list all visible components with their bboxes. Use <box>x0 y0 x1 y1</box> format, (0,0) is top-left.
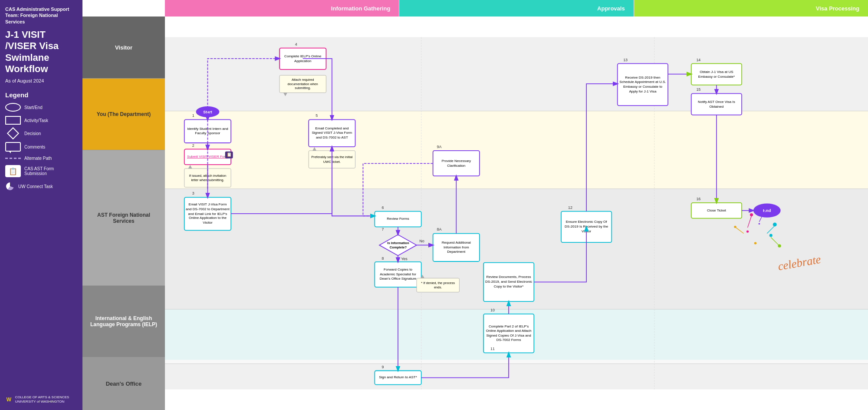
sidebar-main-title: J-1 VISIT /VISER Visa Swimlane Workflow <box>5 29 77 75</box>
svg-point-65 <box>746 230 749 232</box>
svg-rect-1 <box>165 37 868 111</box>
svg-text:No: No <box>419 239 424 243</box>
diagram-svg: 4 Complete IELP's Online Application Att… <box>165 17 868 410</box>
svg-point-76 <box>734 226 736 228</box>
sidebar: CAS Administrative Support Team: Foreign… <box>0 0 82 410</box>
legend-uwc-label: UW Connect Task <box>18 184 53 189</box>
sidebar-subtitle: CAS Administrative Support Team: Foreign… <box>5 6 77 25</box>
svg-rect-2 <box>165 111 868 189</box>
svg-text:14: 14 <box>696 58 700 62</box>
root: CAS Administrative Support Team: Foreign… <box>0 0 868 410</box>
svg-text:📋: 📋 <box>227 152 232 157</box>
svg-text:8: 8 <box>381 256 384 261</box>
legend-oval-shape <box>5 103 21 112</box>
ast-form-icon: 📋 <box>9 167 17 175</box>
svg-text:4: 4 <box>295 42 297 46</box>
svg-text:10: 10 <box>490 308 495 312</box>
svg-text:12: 12 <box>568 205 572 210</box>
legend-start-end: Start/End <box>5 103 77 112</box>
svg-text:11: 11 <box>490 347 495 351</box>
svg-text:Yes: Yes <box>401 257 408 261</box>
legend-cas-ast-label: CAS AST Form Submission <box>24 166 77 176</box>
uw-logo: W <box>5 393 13 406</box>
phase-empty <box>82 0 165 17</box>
svg-point-66 <box>759 223 760 225</box>
uw-logo-w: W <box>7 397 11 403</box>
svg-text:2: 2 <box>192 143 194 148</box>
svg-point-67 <box>769 234 773 237</box>
legend-start-end-label: Start/End <box>24 105 43 110</box>
svg-text:5: 5 <box>316 113 318 118</box>
legend-comments: Comments <box>5 142 77 152</box>
svg-rect-5 <box>165 364 868 389</box>
phase-info-header: Information Gathering <box>165 0 399 17</box>
phase-header: Information Gathering Approvals Visa Pro… <box>82 0 868 17</box>
svg-text:15: 15 <box>696 87 700 92</box>
legend-diamond-shape <box>7 127 19 139</box>
legend-comments-label: Comments <box>24 145 45 149</box>
lane-label-ast: AST Foreign National Services <box>82 150 165 286</box>
sidebar-date: As of August 2024 <box>5 78 77 83</box>
main-content: Information Gathering Approvals Visa Pro… <box>82 0 868 410</box>
svg-text:9A: 9A <box>437 145 442 149</box>
lane-label-visitor: Visitor <box>82 17 165 79</box>
svg-text:8A: 8A <box>437 227 442 231</box>
lane-labels: Visitor You (The Department) AST Foreign… <box>82 17 165 410</box>
legend-decision: Decision <box>5 129 77 138</box>
legend-activity: Activity/Task <box>5 116 77 125</box>
phase-visa-header: Visa Processing <box>634 0 868 17</box>
legend-alt-label: Alternate Path <box>24 156 52 161</box>
legend-rect-shape <box>5 116 21 125</box>
svg-text:6: 6 <box>381 205 384 210</box>
full-diagram: Visitor You (The Department) AST Foreign… <box>82 17 868 410</box>
legend-comment-shape <box>5 142 21 152</box>
svg-text:9: 9 <box>381 365 384 369</box>
lane-label-deans: Dean's Office <box>82 357 165 410</box>
svg-text:16: 16 <box>696 197 700 201</box>
svg-point-78 <box>778 245 781 248</box>
legend-decision-label: Decision <box>24 131 41 136</box>
svg-text:13: 13 <box>623 58 628 62</box>
legend-alt-path: Alternate Path <box>5 156 77 161</box>
svg-text:1: 1 <box>192 113 194 118</box>
sidebar-footer: W COLLEGE OF ARTS & SCIENCES UNIVERSITY … <box>5 389 77 406</box>
legend-ast-icon: 📋 <box>5 165 21 177</box>
legend-cas-ast: 📋 CAS AST Form Submission <box>5 165 77 177</box>
phase-approvals-header: Approvals <box>399 0 634 17</box>
svg-point-73 <box>764 208 766 210</box>
svg-point-74 <box>773 222 777 226</box>
lane-label-ielp: International & English Language Program… <box>82 286 165 357</box>
svg-point-72 <box>750 213 753 216</box>
legend-title: Legend <box>5 91 77 99</box>
lane-label-dept: You (The Department) <box>82 79 165 150</box>
uw-footer-text: COLLEGE OF ARTS & SCIENCES UNIVERSITY of… <box>15 395 77 403</box>
legend-activity-label: Activity/Task <box>24 118 48 123</box>
legend-uwc-icon <box>5 182 15 191</box>
svg-point-68 <box>754 242 756 244</box>
legend-uwc: UW Connect Task <box>5 182 77 191</box>
svg-text:3: 3 <box>192 191 194 195</box>
legend-dashed-shape <box>5 158 21 159</box>
svg-text:7: 7 <box>381 227 384 231</box>
